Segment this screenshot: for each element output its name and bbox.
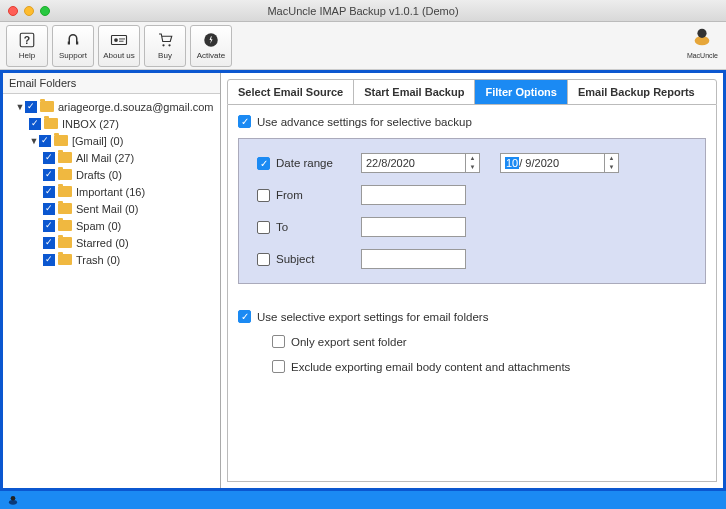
svg-rect-2 xyxy=(112,36,127,45)
folder-label: Sent Mail (0) xyxy=(76,203,138,215)
support-label: Support xyxy=(59,51,87,60)
main-frame: Email Folders ▼ ariageorge.d.souza@gmail… xyxy=(0,70,726,491)
tab-reports[interactable]: Email Backup Reports xyxy=(568,80,716,104)
only-sent-row: Only export sent folder xyxy=(272,335,706,348)
buy-label: Buy xyxy=(158,51,172,60)
main-panel: Select Email Source Start Email Backup F… xyxy=(221,73,723,488)
tree-important[interactable]: Important (16) xyxy=(5,183,218,200)
tab-start-backup[interactable]: Start Email Backup xyxy=(354,80,475,104)
filter-box: Date range 22/ 8/2020 ▲▼ 10/ 9/2020 ▲▼ F… xyxy=(238,138,706,284)
folder-icon xyxy=(58,237,72,248)
exclude-label: Exclude exporting email body content and… xyxy=(291,361,570,373)
sidebar-header: Email Folders xyxy=(3,73,220,94)
tree-inbox[interactable]: INBOX (27) xyxy=(5,115,218,132)
about-icon xyxy=(110,31,128,49)
subject-checkbox[interactable] xyxy=(257,253,270,266)
folder-label: Trash (0) xyxy=(76,254,120,266)
only-sent-checkbox[interactable] xyxy=(272,335,285,348)
checkbox[interactable] xyxy=(43,152,55,164)
svg-point-12 xyxy=(11,496,16,501)
svg-point-11 xyxy=(9,500,17,505)
folder-icon xyxy=(54,135,68,146)
advance-label: Use advance settings for selective backu… xyxy=(257,116,472,128)
window-title: MacUncle IMAP Backup v1.0.1 (Demo) xyxy=(0,5,726,17)
date-range-checkbox[interactable] xyxy=(257,157,270,170)
tree-account[interactable]: ▼ ariageorge.d.souza@gmail.com xyxy=(5,98,218,115)
tree-sent[interactable]: Sent Mail (0) xyxy=(5,200,218,217)
bottom-logo-icon xyxy=(6,493,20,507)
selective-export-section: Use selective export settings for email … xyxy=(238,310,706,373)
date-from-spinner[interactable]: ▲▼ xyxy=(466,153,480,173)
tree-allmail[interactable]: All Mail (27) xyxy=(5,149,218,166)
from-input[interactable] xyxy=(361,185,466,205)
selective-export-checkbox[interactable] xyxy=(238,310,251,323)
advance-settings-row: Use advance settings for selective backu… xyxy=(238,115,706,128)
date-from-input[interactable]: 22/ 8/2020 xyxy=(361,153,466,173)
tree-starred[interactable]: Starred (0) xyxy=(5,234,218,251)
activate-button[interactable]: Activate xyxy=(190,25,232,67)
to-checkbox[interactable] xyxy=(257,221,270,234)
tree-drafts[interactable]: Drafts (0) xyxy=(5,166,218,183)
date-to-spinner[interactable]: ▲▼ xyxy=(605,153,619,173)
checkbox[interactable] xyxy=(43,237,55,249)
logo-icon xyxy=(691,26,713,48)
folder-tree: ▼ ariageorge.d.souza@gmail.com INBOX (27… xyxy=(3,94,220,488)
folder-label: INBOX (27) xyxy=(62,118,119,130)
advance-checkbox[interactable] xyxy=(238,115,251,128)
folder-icon xyxy=(58,203,72,214)
subject-input[interactable] xyxy=(361,249,466,269)
folder-icon xyxy=(58,152,72,163)
selective-export-row: Use selective export settings for email … xyxy=(238,310,706,323)
folder-label: Drafts (0) xyxy=(76,169,122,181)
help-icon: ? xyxy=(18,31,36,49)
brand-logo: MacUncle xyxy=(687,26,718,59)
toolbar: ? Help Support About us Buy Activate Mac… xyxy=(0,22,726,70)
date-to-input[interactable]: 10/ 9/2020 xyxy=(500,153,605,173)
svg-rect-4 xyxy=(119,39,125,40)
sidebar: Email Folders ▼ ariageorge.d.souza@gmail… xyxy=(3,73,221,488)
from-label: From xyxy=(276,189,361,201)
checkbox[interactable] xyxy=(43,169,55,181)
svg-point-10 xyxy=(698,29,707,38)
folder-label: Spam (0) xyxy=(76,220,121,232)
buy-button[interactable]: Buy xyxy=(144,25,186,67)
exclude-checkbox[interactable] xyxy=(272,360,285,373)
titlebar: MacUncle IMAP Backup v1.0.1 (Demo) xyxy=(0,0,726,22)
from-checkbox[interactable] xyxy=(257,189,270,202)
about-button[interactable]: About us xyxy=(98,25,140,67)
checkbox[interactable] xyxy=(43,254,55,266)
tree-trash[interactable]: Trash (0) xyxy=(5,251,218,268)
checkbox[interactable] xyxy=(43,203,55,215)
caret-icon[interactable]: ▼ xyxy=(15,102,25,112)
support-icon xyxy=(64,31,82,49)
help-label: Help xyxy=(19,51,35,60)
caret-icon[interactable]: ▼ xyxy=(29,136,39,146)
checkbox[interactable] xyxy=(39,135,51,147)
folder-label: All Mail (27) xyxy=(76,152,134,164)
support-button[interactable]: Support xyxy=(52,25,94,67)
tab-content: Use advance settings for selective backu… xyxy=(227,105,717,482)
checkbox[interactable] xyxy=(43,220,55,232)
help-button[interactable]: ? Help xyxy=(6,25,48,67)
tab-email-source[interactable]: Select Email Source xyxy=(228,80,354,104)
to-row: To xyxy=(257,217,687,237)
svg-point-6 xyxy=(162,44,164,46)
tab-filter-options[interactable]: Filter Options xyxy=(475,80,568,104)
checkbox[interactable] xyxy=(25,101,37,113)
svg-point-7 xyxy=(168,44,170,46)
date-range-row: Date range 22/ 8/2020 ▲▼ 10/ 9/2020 ▲▼ xyxy=(257,153,687,173)
folder-label: Starred (0) xyxy=(76,237,129,249)
about-label: About us xyxy=(103,51,135,60)
svg-rect-5 xyxy=(119,41,124,42)
to-input[interactable] xyxy=(361,217,466,237)
svg-point-3 xyxy=(114,38,118,42)
checkbox[interactable] xyxy=(29,118,41,130)
svg-text:?: ? xyxy=(24,34,30,46)
tree-gmail[interactable]: ▼ [Gmail] (0) xyxy=(5,132,218,149)
tree-spam[interactable]: Spam (0) xyxy=(5,217,218,234)
bottom-bar xyxy=(0,491,726,509)
account-label: ariageorge.d.souza@gmail.com xyxy=(58,101,213,113)
checkbox[interactable] xyxy=(43,186,55,198)
activate-icon xyxy=(202,31,220,49)
exclude-row: Exclude exporting email body content and… xyxy=(272,360,706,373)
